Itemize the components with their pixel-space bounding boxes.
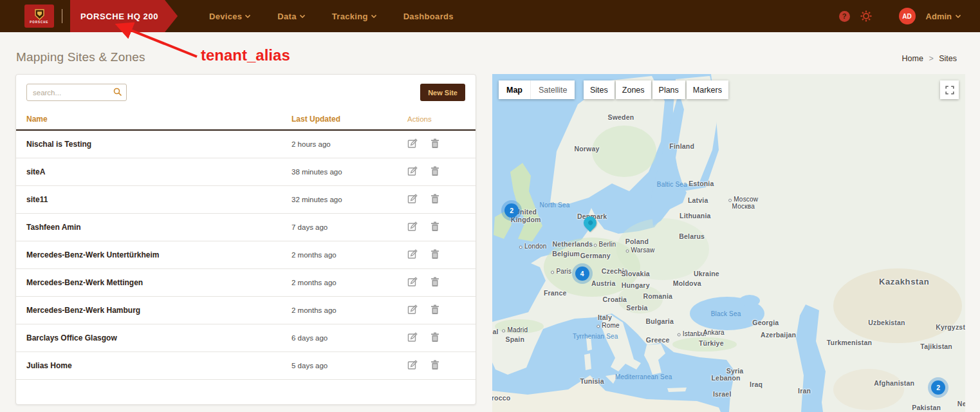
cluster-marker[interactable]: 2 [504,203,519,218]
delete-site-button[interactable] [430,221,439,234]
map-layer-sites[interactable]: Sites [584,80,615,99]
new-site-button[interactable]: New Site [420,84,465,101]
column-last-updated: Last Updated [291,115,407,124]
nav-label: Devices [209,12,242,21]
tenant-alias-label: PORSCHE HQ 200 [80,12,158,21]
table-row: Mercedes-Benz-Werk Mettingen 2 months ag… [16,269,476,297]
fullscreen-button[interactable] [940,80,959,99]
nav-dashboards[interactable]: Dashboards [403,12,454,21]
table-row: site11 32 minutes ago [16,186,476,214]
user-name: Admin [926,12,952,21]
map-layer-buttons: SitesZonesPlansMarkers [584,80,728,99]
site-name: Mercedes-Benz-Werk Mettingen [26,278,291,287]
pin-icon [581,214,599,232]
site-updated: 32 minutes ago [291,196,407,203]
edit-site-button[interactable] [407,166,418,178]
trash-icon [430,332,439,342]
edit-site-button[interactable] [407,360,418,372]
pencil-square-icon [407,194,418,204]
edit-site-button[interactable] [407,304,418,317]
table-body: Nischal is Testing 2 hours ago [16,131,476,380]
cluster-marker[interactable]: 4 [575,267,589,281]
site-updated: 2 months ago [291,279,407,286]
table-row: Tashfeen Amin 7 days ago [16,214,476,241]
site-name: Nischal is Testing [26,140,291,149]
site-actions [407,332,465,344]
site-actions [407,193,465,205]
trash-icon [430,138,439,149]
topbar-divider [62,9,62,23]
user-menu[interactable]: Admin [926,12,961,21]
trash-icon [430,166,439,176]
nav-devices[interactable]: Devices [209,12,250,21]
trash-icon [430,249,439,259]
map[interactable]: SwedenNorwayFinlandBaltic SeaEstoniaLatv… [492,74,965,412]
avatar[interactable]: AD [899,8,916,24]
delete-site-button[interactable] [430,304,439,317]
top-navigation-bar: PORSCHE PORSCHE HQ 200 DevicesDataTracki… [0,0,980,32]
edit-site-button[interactable] [407,194,418,206]
nav-label: Dashboards [403,12,454,21]
sites-panel: New Site Name Last Updated Actions Nisch… [15,74,476,405]
nav-data[interactable]: Data [277,12,304,21]
pencil-square-icon [407,332,418,342]
pencil-square-icon [407,277,418,287]
delete-site-button[interactable] [430,249,439,261]
breadcrumb-separator: > [929,54,933,63]
nav-tracking[interactable]: Tracking [332,12,376,21]
pencil-square-icon [407,360,418,370]
table-row: Julias Home 5 days ago [16,352,476,380]
chevron-down-icon [245,15,250,18]
edit-site-button[interactable] [407,332,418,344]
table-row: Barclays Office Glasgow 6 days ago [16,324,476,352]
site-actions [407,165,465,178]
help-icon[interactable]: ? [839,11,850,22]
delete-site-button[interactable] [430,166,439,178]
site-name: site11 [26,195,291,204]
porsche-logo[interactable]: PORSCHE [24,5,54,28]
table-row: siteA 38 minutes ago [16,158,476,186]
trash-icon [430,304,439,315]
map-layer-markers[interactable]: Markers [687,80,728,99]
table-row: Mercedes-Benz-Werk Hamburg 2 months ago [16,297,476,324]
map-type-map[interactable]: Map [499,80,530,99]
pencil-square-icon [407,249,418,259]
pencil-square-icon [407,166,418,176]
nav-label: Data [277,12,296,21]
map-pin[interactable] [584,216,596,229]
delete-site-button[interactable] [430,360,439,372]
map-layer-zones[interactable]: Zones [616,80,651,99]
site-actions [407,359,465,371]
edit-site-button[interactable] [407,277,418,289]
porsche-logo-text: PORSCHE [30,21,48,24]
site-name: Barclays Office Glasgow [26,333,291,342]
gear-icon[interactable] [860,10,872,22]
trash-icon [430,277,439,287]
search-icon [113,88,122,97]
edit-site-button[interactable] [407,138,418,151]
breadcrumb: Home > Sites [902,54,957,63]
map-layer-plans[interactable]: Plans [652,80,685,99]
site-updated: 5 days ago [291,362,407,370]
delete-site-button[interactable] [430,332,439,344]
edit-site-button[interactable] [407,249,418,261]
site-name: Julias Home [26,361,291,370]
chevron-down-icon [300,15,305,18]
site-actions [407,138,465,150]
search-input[interactable] [26,84,127,101]
delete-site-button[interactable] [430,138,439,151]
map-type-satellite[interactable]: Satellite [530,80,575,99]
breadcrumb-home[interactable]: Home [902,54,923,63]
site-updated: 2 hours ago [291,140,407,148]
pencil-square-icon [407,304,418,315]
map-markers: 242 [492,74,965,412]
edit-site-button[interactable] [407,221,418,234]
table-header: Name Last Updated Actions [16,109,476,131]
delete-site-button[interactable] [430,277,439,289]
column-name: Name [26,115,291,124]
annotation-label: tenant_alias [201,46,290,64]
table-row: Mercedes-Benz-Werk Untertürkheim 2 month… [16,241,476,269]
delete-site-button[interactable] [430,194,439,206]
cluster-marker[interactable]: 2 [931,380,945,395]
fullscreen-icon [945,85,955,95]
